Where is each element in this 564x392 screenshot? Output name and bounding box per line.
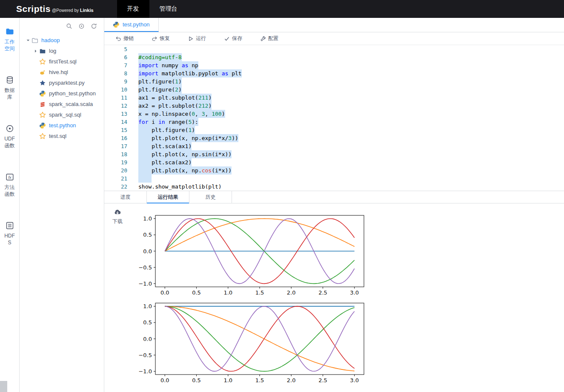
download-button[interactable]: 下载 — [104, 203, 131, 392]
results-panel: 下载 −1.0−0.50.00.51.00.00.51.01.52.02.53.… — [104, 203, 564, 392]
spark-py-icon — [39, 80, 46, 86]
tree-item-python_test.python[interactable]: python_test.python — [20, 88, 104, 99]
editor-toolbar: 撤销 恢复 运行 保存 配置 — [104, 32, 564, 45]
locate-icon[interactable] — [78, 23, 85, 29]
toolbar-run-button[interactable]: 运行 — [188, 35, 206, 42]
top-tab-console[interactable]: 管理台 — [149, 0, 188, 18]
activity-item-workspace[interactable]: 工作空间 — [0, 27, 19, 52]
code-line-9[interactable]: 9 plt.figure(1) — [104, 77, 564, 86]
code-line-10[interactable]: 10 plt.figure(2) — [104, 86, 564, 94]
code-line-18[interactable]: 18 plt.plot(x, np.sin(i*x)) — [104, 150, 564, 158]
svg-text:1.0: 1.0 — [143, 303, 152, 309]
code-editor[interactable]: 5 6 #coding=utf-8 7 import numpy as np 8… — [104, 45, 564, 191]
code-line-17[interactable]: 17 plt.sca(ax1) — [104, 142, 564, 150]
tree-item-test.python[interactable]: test.python — [20, 120, 104, 131]
result-chart-1: −1.0−0.50.00.51.00.00.51.01.52.02.53.0 — [131, 213, 369, 297]
tree-item-label: pysparktest.py — [49, 80, 85, 86]
activity-item-udf[interactable]: UDF函数 — [0, 124, 19, 149]
code-line-7[interactable]: 7 import numpy as np — [104, 61, 564, 69]
line-number: 11 — [104, 94, 127, 102]
line-number: 9 — [104, 77, 127, 86]
svg-text:fx: fx — [8, 175, 11, 180]
svg-text:−0.5: −0.5 — [138, 352, 152, 358]
code-line-text: ax2 = plt.subplot(212) — [138, 102, 212, 110]
editor-area: test.python 撤销 恢复 运行 保存 配置 5 6 #coding=u… — [104, 18, 564, 392]
code-line-text: plt.plot(x, np.exp(i*x/3)) — [138, 134, 238, 142]
svg-text:2.0: 2.0 — [287, 377, 296, 383]
sql-script-icon — [39, 133, 46, 140]
code-line-14[interactable]: 14 for i in range(5): — [104, 118, 564, 126]
tree-item-hadoop[interactable]: hadoop — [20, 35, 104, 46]
code-line-21[interactable]: 21 — [104, 175, 564, 183]
python-icon — [113, 21, 120, 28]
tree-item-firstTest.sql[interactable]: firstTest.sql — [20, 56, 104, 67]
result-tab-result[interactable]: 运行结果 — [147, 191, 189, 203]
code-line-22[interactable]: 22 show.show_matplotlib(plt) — [104, 183, 564, 191]
svg-text:0.0: 0.0 — [143, 336, 152, 342]
tree-item-pysparktest.py[interactable]: pysparktest.py — [20, 77, 104, 88]
line-number: 12 — [104, 102, 127, 110]
code-line-text: plt.plot(x, np.sin(i*x)) — [138, 150, 232, 158]
code-line-text: ax1 = plt.subplot(211) — [138, 94, 212, 102]
line-number: 22 — [104, 183, 127, 191]
code-line-16[interactable]: 16 plt.plot(x, np.exp(i*x/3)) — [104, 134, 564, 142]
code-line-text: for i in range(5): — [138, 118, 198, 126]
code-line-15[interactable]: 15 plt.figure(1) — [104, 126, 564, 134]
activity-item-methods[interactable]: fx 方法函数 — [0, 173, 19, 197]
tree-item-spark_scala.scala[interactable]: spark_scala.scala — [20, 99, 104, 109]
save-icon — [224, 36, 230, 42]
chevron-down-icon[interactable] — [26, 37, 31, 43]
activity-item-label: UDF函数 — [3, 135, 17, 149]
code-line-12[interactable]: 12 ax2 = plt.subplot(212) — [104, 102, 564, 110]
app-title: Scriptis — [16, 4, 51, 14]
code-line-text: import matplotlib.pyplot as plt — [138, 69, 242, 77]
code-line-text: show.show_matplotlib(plt) — [138, 183, 222, 191]
tree-item-label: hadoop — [41, 37, 60, 43]
result-tab-history[interactable]: 历史 — [189, 191, 232, 203]
code-line-text: plt.figure(2) — [138, 86, 182, 94]
toolbar-redo-button[interactable]: 恢复 — [152, 35, 170, 42]
line-number: 5 — [104, 45, 127, 53]
refresh-icon[interactable] — [91, 23, 97, 29]
result-tab-bar: 进度运行结果历史 — [104, 191, 564, 203]
code-line-20[interactable]: 20 plt.plot(x, np.cos(i*x)) — [104, 166, 564, 175]
svg-text:1.0: 1.0 — [143, 215, 152, 222]
code-line-19[interactable]: 19 plt.sca(ax2) — [104, 158, 564, 166]
activity-item-hdfs[interactable]: HDFS — [0, 221, 19, 246]
code-line-8[interactable]: 8 import matplotlib.pyplot as plt — [104, 69, 564, 77]
result-tab-progress[interactable]: 进度 — [104, 191, 147, 203]
code-line-6[interactable]: 6 #coding=utf-8 — [104, 53, 564, 61]
file-tab-test-python[interactable]: test.python — [104, 18, 159, 32]
line-number: 8 — [104, 69, 127, 77]
app-logo: Scriptis @Powered by Linkis — [0, 4, 94, 14]
tree-item-log[interactable]: log — [20, 46, 104, 56]
scriptis-app: Scriptis @Powered by Linkis 开发 管理台 工作空间 … — [0, 0, 564, 392]
toolbar-undo-button[interactable]: 撤销 — [115, 35, 134, 42]
run-icon — [188, 36, 194, 42]
linkis-brand: Linkis — [80, 8, 94, 13]
activity-item-label: 工作空间 — [3, 38, 17, 52]
toolbar-save-button[interactable]: 保存 — [224, 35, 242, 42]
search-icon[interactable] — [66, 23, 72, 29]
toolbar-config-label: 配置 — [268, 35, 278, 42]
toolbar-config-button[interactable]: 配置 — [260, 35, 278, 42]
code-line-text: import numpy as np — [138, 61, 198, 69]
svg-text:1.5: 1.5 — [255, 289, 264, 296]
svg-text:2.0: 2.0 — [287, 289, 296, 296]
tree-item-hive.hql[interactable]: hive.hql — [20, 67, 104, 77]
tree-item-spark_sql.sql[interactable]: spark_sql.sql — [20, 109, 104, 120]
svg-text:0.0: 0.0 — [160, 377, 169, 383]
scrollbar-corner[interactable] — [0, 381, 7, 392]
top-tab-dev[interactable]: 开发 — [117, 0, 149, 18]
code-line-13[interactable]: 13 x = np.linspace(0, 3, 100) — [104, 110, 564, 118]
config-icon — [260, 36, 266, 42]
code-line-11[interactable]: 11 ax1 = plt.subplot(211) — [104, 94, 564, 102]
tree-item-label: hive.hql — [49, 69, 68, 75]
tree-item-test.sql[interactable]: test.sql — [20, 131, 104, 141]
chevron-right-icon[interactable] — [33, 48, 39, 54]
top-nav: 开发 管理台 — [117, 0, 188, 18]
activity-item-database[interactable]: 数据库 — [0, 76, 19, 100]
fx-icon: fx — [6, 173, 14, 181]
svg-text:−0.5: −0.5 — [138, 264, 152, 271]
code-line-5[interactable]: 5 — [104, 45, 564, 53]
